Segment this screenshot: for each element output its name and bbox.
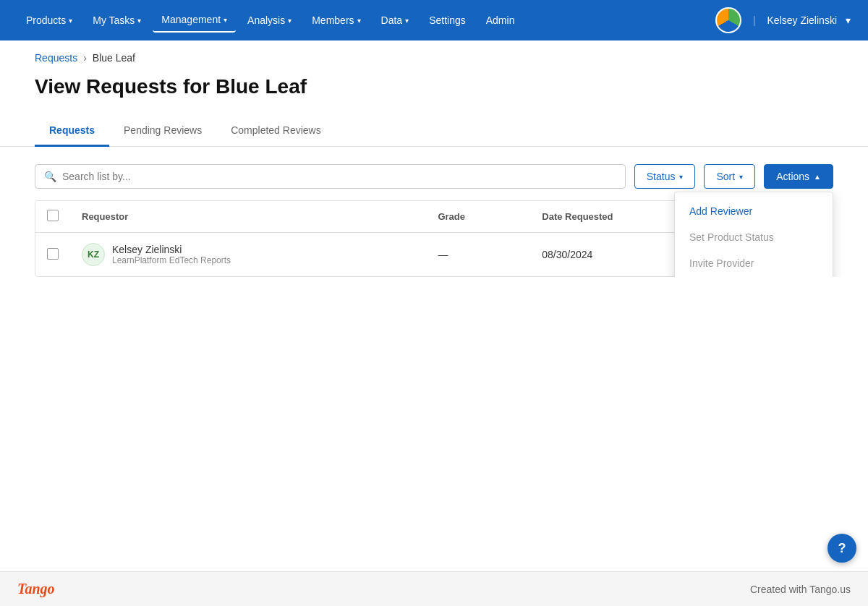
nav-item-members[interactable]: Members ▾ bbox=[303, 9, 369, 32]
search-container[interactable]: 🔍 bbox=[35, 164, 626, 189]
search-input[interactable] bbox=[62, 171, 616, 182]
nav-item-products[interactable]: Products ▾ bbox=[17, 9, 81, 32]
nav-items: Products ▾ My Tasks ▾ Management ▾ Analy… bbox=[17, 8, 715, 33]
search-icon: 🔍 bbox=[44, 171, 56, 182]
nav-item-analysis[interactable]: Analysis ▾ bbox=[239, 9, 300, 32]
nav-right: | Kelsey Zielinski ▾ bbox=[715, 7, 851, 33]
sort-button[interactable]: Sort ▾ bbox=[704, 164, 755, 189]
app-logo bbox=[717, 9, 740, 32]
row-checkbox[interactable] bbox=[47, 248, 59, 260]
status-button[interactable]: Status ▾ bbox=[634, 164, 696, 189]
nav-divider: | bbox=[753, 14, 756, 26]
chevron-down-icon: ▾ bbox=[357, 17, 361, 25]
menu-item-forward: Forward bbox=[675, 276, 833, 277]
menu-item-add-reviewer[interactable]: Add Reviewer bbox=[675, 198, 833, 224]
status-chevron-icon: ▾ bbox=[679, 173, 683, 181]
header-grade: Grade bbox=[426, 201, 530, 233]
toolbar: 🔍 Status ▾ Sort ▾ Actions ▲ Add Reviewer… bbox=[0, 147, 868, 200]
actions-wrapper: Actions ▲ Add Reviewer Set Product Statu… bbox=[764, 164, 833, 189]
row-checkbox-cell bbox=[35, 233, 70, 277]
tab-completed-reviews[interactable]: Completed Reviews bbox=[216, 116, 336, 147]
chevron-down-icon: ▾ bbox=[288, 17, 292, 25]
user-chevron-icon: ▾ bbox=[846, 14, 851, 26]
avatar bbox=[715, 7, 741, 33]
select-all-checkbox[interactable] bbox=[47, 210, 59, 221]
actions-button[interactable]: Actions ▲ bbox=[764, 164, 833, 189]
header-checkbox bbox=[35, 201, 70, 233]
actions-chevron-icon: ▲ bbox=[814, 173, 821, 181]
nav-item-settings[interactable]: Settings bbox=[420, 9, 475, 32]
user-name: Kelsey Zielinski bbox=[112, 244, 231, 255]
chevron-down-icon: ▾ bbox=[224, 16, 227, 24]
chevron-down-icon: ▾ bbox=[137, 17, 141, 25]
user-org: LearnPlatform EdTech Reports bbox=[112, 255, 231, 265]
chevron-down-icon: ▾ bbox=[69, 17, 72, 25]
top-navigation: Products ▾ My Tasks ▾ Management ▾ Analy… bbox=[0, 0, 868, 40]
nav-item-data[interactable]: Data ▾ bbox=[373, 9, 418, 32]
user-cell: KZ Kelsey Zielinski LearnPlatform EdTech… bbox=[82, 243, 414, 266]
breadcrumb-current: Blue Leaf bbox=[93, 52, 135, 64]
nav-item-mytasks[interactable]: My Tasks ▾ bbox=[84, 9, 150, 32]
chevron-down-icon: ▾ bbox=[405, 17, 409, 25]
breadcrumb-parent-link[interactable]: Requests bbox=[35, 52, 77, 64]
tab-pending-reviews[interactable]: Pending Reviews bbox=[109, 116, 216, 147]
nav-item-management[interactable]: Management ▾ bbox=[153, 8, 236, 33]
breadcrumb: Requests › Blue Leaf bbox=[0, 40, 868, 69]
tab-requests[interactable]: Requests bbox=[35, 116, 109, 147]
user-info: Kelsey Zielinski LearnPlatform EdTech Re… bbox=[112, 244, 231, 265]
tabs-container: Requests Pending Reviews Completed Revie… bbox=[0, 116, 868, 147]
avatar: KZ bbox=[82, 243, 105, 266]
row-requestor-cell: KZ Kelsey Zielinski LearnPlatform EdTech… bbox=[70, 233, 426, 277]
user-name[interactable]: Kelsey Zielinski bbox=[767, 14, 837, 26]
row-grade-cell: — bbox=[426, 233, 530, 277]
nav-item-admin[interactable]: Admin bbox=[477, 9, 524, 32]
sort-chevron-icon: ▾ bbox=[739, 173, 743, 181]
menu-item-invite-provider: Invite Provider bbox=[675, 250, 833, 276]
header-requestor: Requestor bbox=[70, 201, 426, 233]
actions-dropdown-menu: Add Reviewer Set Product Status Invite P… bbox=[674, 192, 833, 277]
breadcrumb-separator: › bbox=[83, 52, 87, 64]
page-title: View Requests for Blue Leaf bbox=[0, 69, 868, 116]
menu-item-set-product-status: Set Product Status bbox=[675, 224, 833, 250]
